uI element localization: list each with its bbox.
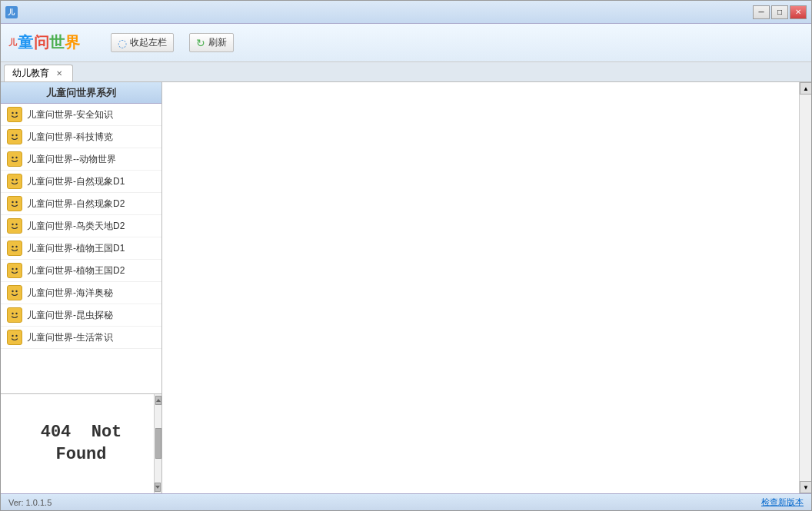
sidebar-item-label: 儿童问世界-植物王国D1	[27, 242, 125, 255]
svg-point-13	[15, 179, 17, 181]
sidebar-item-icon	[7, 218, 22, 234]
svg-rect-14	[8, 197, 21, 210]
sidebar-item-icon	[7, 330, 22, 345]
sidebar-item[interactable]: 儿童问世界-自然现象D1	[1, 171, 161, 193]
logo-image: 儿 童 问 世 界	[8, 31, 80, 55]
app-header: 儿 童 问 世 界 ◌ 收起左栏 ↻ 刷新	[1, 24, 811, 62]
close-button[interactable]: ✕	[790, 5, 807, 19]
sidebar-title: 儿童问世界系列	[46, 86, 116, 100]
title-bar-left: 儿	[5, 6, 18, 18]
refresh-button[interactable]: ↻ 刷新	[189, 33, 234, 52]
svg-point-34	[15, 335, 17, 337]
sidebar-item-label: 儿童问世界-自然现象D1	[27, 175, 125, 188]
main-content: 儿童问世界系列 儿童问世界-安全知识 儿童问世界-科技博览 儿童问世界--动物世…	[1, 82, 811, 493]
sidebar-item[interactable]: 儿童问世界--动物世界	[1, 148, 161, 171]
sidebar-item[interactable]: 儿童问世界-鸟类天地D2	[1, 215, 161, 237]
scrollbar-track	[800, 95, 811, 481]
sidebar-item[interactable]: 儿童问世界-科技博览	[1, 126, 161, 148]
collapse-icon: ◌	[118, 37, 127, 49]
svg-rect-26	[8, 287, 21, 299]
svg-point-24	[12, 268, 13, 270]
svg-point-21	[12, 246, 13, 247]
scroll-up-arrow[interactable]	[155, 396, 161, 405]
sidebar-list[interactable]: 儿童问世界-安全知识 儿童问世界-科技博览 儿童问世界--动物世界 儿童问世界-…	[1, 104, 161, 393]
svg-rect-11	[8, 175, 21, 187]
svg-point-10	[15, 157, 17, 158]
minimize-button[interactable]: ─	[753, 5, 770, 19]
error-text: 404 NotFound	[41, 422, 122, 466]
sidebar-item-icon	[7, 285, 22, 300]
sidebar-item-label: 儿童问世界-鸟类天地D2	[27, 220, 125, 233]
version-label: Ver: 1.0.1.5	[8, 498, 52, 507]
svg-point-6	[12, 134, 13, 136]
svg-rect-32	[8, 331, 21, 343]
svg-point-31	[15, 313, 17, 314]
sidebar-item-icon	[7, 107, 22, 122]
sidebar-item-icon	[7, 129, 22, 144]
tab-preschool-education[interactable]: 幼儿教育 ✕	[4, 65, 73, 81]
svg-point-3	[12, 112, 13, 114]
svg-point-16	[15, 201, 17, 203]
svg-rect-2	[8, 108, 21, 121]
sidebar-item-label: 儿童问世界-海洋奥秘	[27, 287, 113, 300]
svg-point-33	[12, 335, 13, 337]
refresh-label: 刷新	[208, 36, 227, 49]
svg-rect-29	[8, 309, 21, 321]
scroll-down-arrow[interactable]	[155, 483, 161, 492]
sidebar-item[interactable]: 儿童问世界-植物王国D2	[1, 260, 161, 282]
sidebar-item-icon	[7, 263, 22, 278]
sidebar: 儿童问世界系列 儿童问世界-安全知识 儿童问世界-科技博览 儿童问世界--动物世…	[1, 82, 162, 493]
sidebar-item-label: 儿童问世界-科技博览	[27, 131, 113, 144]
svg-point-7	[15, 134, 17, 136]
svg-rect-8	[8, 153, 21, 165]
title-bar: 儿 ─ □ ✕	[1, 1, 811, 24]
svg-point-18	[12, 224, 13, 225]
sidebar-item-icon	[7, 196, 22, 211]
sidebar-item-label: 儿童问世界-自然现象D2	[27, 197, 125, 211]
sidebar-item[interactable]: 儿童问世界-安全知识	[1, 104, 161, 126]
sidebar-item[interactable]: 儿童问世界-海洋奥秘	[1, 282, 161, 304]
sidebar-item-label: 儿童问世界-生活常识	[27, 331, 113, 344]
collapse-sidebar-button[interactable]: ◌ 收起左栏	[111, 33, 174, 52]
sidebar-item-icon	[7, 174, 22, 189]
sidebar-item[interactable]: 儿童问世界-生活常识	[1, 327, 161, 349]
sidebar-item[interactable]: 儿童问世界-植物王国D1	[1, 237, 161, 260]
tab-close-button[interactable]: ✕	[54, 68, 65, 79]
sidebar-item[interactable]: 儿童问世界-昆虫探秘	[1, 304, 161, 327]
sidebar-header: 儿童问世界系列	[1, 82, 161, 104]
sidebar-item-icon	[7, 151, 22, 167]
svg-point-27	[12, 290, 13, 292]
sidebar-item-label: 儿童问世界-昆虫探秘	[27, 309, 113, 322]
svg-point-25	[15, 268, 17, 270]
main-window: 儿 ─ □ ✕ 儿 童 问 世 界 ◌ 收起左栏 ↻	[0, 0, 812, 511]
collapse-label: 收起左栏	[130, 36, 167, 49]
svg-rect-17	[8, 220, 21, 232]
sidebar-item[interactable]: 儿童问世界-自然现象D2	[1, 193, 161, 215]
error-display: 404 NotFound	[1, 394, 161, 493]
scroll-up-button[interactable]: ▲	[800, 82, 811, 95]
svg-point-12	[12, 179, 13, 181]
sidebar-item-icon	[7, 307, 22, 323]
svg-point-15	[12, 201, 13, 203]
sidebar-item-label: 儿童问世界--动物世界	[27, 153, 116, 166]
svg-point-22	[15, 246, 17, 247]
app-icon: 儿	[5, 6, 18, 18]
svg-point-9	[12, 157, 13, 158]
status-bar: Ver: 1.0.1.5 检查新版本	[1, 493, 811, 510]
svg-rect-5	[8, 131, 21, 143]
content-panel: ▲ ▼	[162, 82, 811, 493]
sidebar-item-label: 儿童问世界-植物王国D2	[27, 264, 125, 277]
scroll-down-button[interactable]: ▼	[800, 481, 811, 493]
svg-point-19	[15, 224, 17, 225]
sidebar-bottom-scrollbar[interactable]	[154, 394, 161, 493]
check-update-link[interactable]: 检查新版本	[761, 496, 804, 508]
sidebar-item-icon	[7, 241, 22, 256]
scrollbar-thumb[interactable]	[155, 428, 161, 459]
tab-bar: 幼儿教育 ✕	[1, 62, 811, 82]
maximize-button[interactable]: □	[771, 5, 788, 19]
title-bar-controls: ─ □ ✕	[753, 5, 807, 19]
tab-label: 幼儿教育	[12, 67, 49, 80]
svg-rect-20	[8, 242, 21, 254]
sidebar-bottom-panel: 404 NotFound	[1, 393, 161, 493]
svg-rect-23	[8, 264, 21, 277]
